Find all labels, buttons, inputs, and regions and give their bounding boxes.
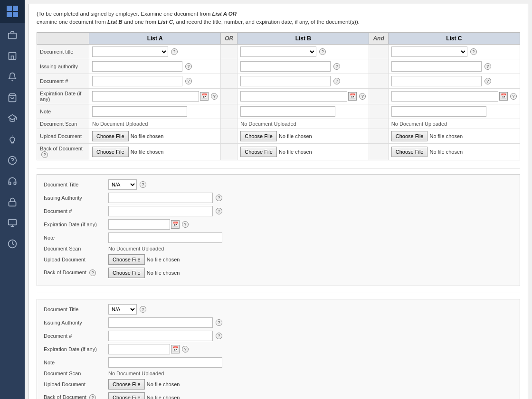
- sub1-scan-label: Document Scan: [44, 246, 105, 251]
- sub1-docnum-input[interactable]: [108, 206, 213, 216]
- sub1-docnum-help[interactable]: ?: [216, 208, 222, 214]
- sub2-exp-label: Expiration Date (if any): [44, 346, 105, 352]
- list-c-note-cell: [388, 104, 520, 119]
- and-cell-4: [369, 88, 388, 104]
- sub2-doc-title-select[interactable]: N/A: [108, 304, 137, 315]
- list-a-doc-title-select[interactable]: [92, 46, 168, 57]
- sub2-issuing-input[interactable]: [108, 317, 213, 328]
- sub2-docnum-help[interactable]: ?: [216, 333, 222, 339]
- sub2-exp-input[interactable]: [108, 344, 170, 354]
- sub1-back-status: No file chosen: [147, 270, 180, 276]
- list-a-issuing-help[interactable]: ?: [185, 63, 192, 70]
- sub1-exp-row: Expiration Date (if any) 📅 ?: [44, 219, 513, 230]
- app-logo: [0, 0, 25, 23]
- doc-num-label: Document #: [37, 74, 89, 88]
- list-b-exp-input[interactable]: [240, 91, 347, 102]
- sidebar-item-ideas[interactable]: [2, 130, 23, 149]
- sidebar-item-help[interactable]: [2, 151, 23, 170]
- sub1-doc-title-select[interactable]: N/A: [108, 179, 137, 190]
- sub2-back-button[interactable]: Choose File: [108, 392, 145, 399]
- sidebar-item-monitor[interactable]: [2, 213, 23, 232]
- sub2-note-input[interactable]: [108, 357, 222, 368]
- and-cell-3: [369, 74, 388, 88]
- sidebar-item-security[interactable]: [2, 193, 23, 212]
- list-b-issuing-input[interactable]: [240, 61, 331, 72]
- issuing-auth-label: Issuing authority: [37, 59, 89, 74]
- back-doc-help[interactable]: ?: [41, 151, 48, 158]
- list-b-issuing-help[interactable]: ?: [333, 63, 340, 70]
- sub2-upload-button[interactable]: Choose File: [108, 379, 145, 390]
- sidebar-item-training[interactable]: [2, 109, 23, 128]
- list-a-exp-input[interactable]: [92, 91, 199, 102]
- list-c-upload-cell: Choose File No file chosen: [388, 129, 520, 143]
- list-b-note-input[interactable]: [240, 106, 335, 117]
- list-b-upload-button[interactable]: Choose File: [240, 131, 277, 141]
- list-a-back-status: No file chosen: [131, 149, 164, 155]
- list-b-back-button[interactable]: Choose File: [240, 147, 277, 157]
- list-c-issuing-help[interactable]: ?: [484, 63, 491, 70]
- list-a-upload-status: No file chosen: [131, 133, 164, 139]
- sidebar-item-notifications[interactable]: [2, 67, 23, 86]
- sub1-doc-title-help[interactable]: ?: [140, 181, 146, 188]
- list-c-note-input[interactable]: [391, 106, 486, 117]
- sub2-exp-help[interactable]: ?: [182, 346, 189, 353]
- list-a-exp-help[interactable]: ?: [211, 93, 218, 100]
- sub2-cal-icon[interactable]: 📅: [171, 345, 180, 353]
- sub2-doc-title-help[interactable]: ?: [140, 306, 146, 313]
- list-b-docnum-help[interactable]: ?: [333, 78, 340, 84]
- exp-date-label: Expiration Date (if any): [37, 88, 89, 104]
- sub2-issuing-help[interactable]: ?: [216, 319, 222, 326]
- sub1-exp-input[interactable]: [108, 219, 170, 230]
- list-c-doc-title-select[interactable]: [391, 46, 467, 57]
- sub1-back-button[interactable]: Choose File: [108, 268, 145, 278]
- list-b-docnum-input[interactable]: [240, 76, 331, 86]
- list-c-back-button[interactable]: Choose File: [391, 147, 428, 157]
- sub1-back-help[interactable]: ?: [89, 269, 96, 276]
- list-b-doc-title-select[interactable]: [240, 46, 316, 57]
- sidebar-item-history[interactable]: [2, 234, 23, 253]
- list-b-doc-title-help[interactable]: ?: [319, 48, 326, 55]
- list-a-doc-title-help[interactable]: ?: [171, 48, 178, 55]
- list-a-docnum-help[interactable]: ?: [185, 78, 192, 84]
- list-c-docnum-cell: ?: [388, 74, 520, 88]
- svg-rect-13: [9, 220, 17, 225]
- sub2-back-status: No file chosen: [147, 395, 180, 399]
- list-a-note-input[interactable]: [92, 106, 187, 117]
- sub1-issuing-input[interactable]: [108, 193, 213, 203]
- sidebar-item-shopping[interactable]: [2, 88, 23, 107]
- sub1-exp-help[interactable]: ?: [182, 221, 189, 228]
- sidebar-item-support[interactable]: [2, 172, 23, 191]
- sidebar-item-briefcase[interactable]: [2, 26, 23, 45]
- sub1-note-input[interactable]: [108, 232, 222, 243]
- list-a-upload-button[interactable]: Choose File: [92, 131, 129, 141]
- sub1-issuing-help[interactable]: ?: [216, 195, 222, 201]
- list-c-header: List C: [388, 32, 520, 44]
- list-c-exp-input[interactable]: [391, 91, 498, 102]
- sub1-upload-button[interactable]: Choose File: [108, 254, 145, 265]
- list-a-back-cell: Choose File No file chosen: [89, 143, 221, 160]
- list-a-scan-cell: No Document Uploaded: [89, 119, 221, 129]
- sub1-cal-icon[interactable]: 📅: [171, 220, 180, 229]
- list-c-exp-help[interactable]: ?: [510, 93, 517, 100]
- list-c-docnum-help[interactable]: ?: [484, 78, 491, 84]
- list-a-back-button[interactable]: Choose File: [92, 147, 129, 157]
- list-b-cal-icon[interactable]: 📅: [348, 92, 357, 101]
- form-container: (To be completed and signed by employer.…: [28, 4, 528, 399]
- list-c-upload-button[interactable]: Choose File: [391, 131, 428, 141]
- list-a-cal-icon[interactable]: 📅: [200, 92, 209, 101]
- sub1-docnum-row: Document # ?: [44, 206, 513, 216]
- list-c-cal-icon[interactable]: 📅: [499, 92, 508, 101]
- list-b-back-cell: Choose File No file chosen: [238, 143, 369, 160]
- sub1-upload-label: Upload Document: [44, 257, 105, 262]
- list-b-exp-help[interactable]: ?: [359, 93, 366, 100]
- list-c-docnum-input[interactable]: [391, 76, 482, 86]
- list-c-issuing-input[interactable]: [391, 61, 482, 72]
- list-a-docnum-input[interactable]: [92, 76, 182, 86]
- list-a-issuing-cell: ?: [89, 59, 221, 74]
- sidebar-item-building[interactable]: [2, 46, 23, 65]
- list-a-issuing-input[interactable]: [92, 61, 182, 72]
- sub2-docnum-input[interactable]: [108, 331, 213, 341]
- list-c-scan-cell: No Document Uploaded: [388, 119, 520, 129]
- sub2-back-help[interactable]: ?: [89, 394, 96, 399]
- list-c-doc-title-help[interactable]: ?: [470, 48, 477, 55]
